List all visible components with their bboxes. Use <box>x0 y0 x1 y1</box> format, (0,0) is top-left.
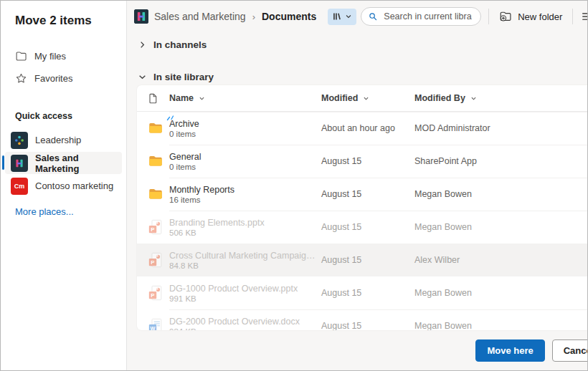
file-name: Cross Cultural Marketing Campaigns.p... <box>169 251 317 261</box>
section-label: In site library <box>153 72 214 82</box>
column-header-name[interactable]: Name <box>169 93 321 103</box>
search-box <box>361 7 481 26</box>
sort-chevron-icon <box>470 95 477 102</box>
search-icon <box>369 11 377 21</box>
modified-value: August 15 <box>321 189 414 199</box>
dialog-footer: Move here Cancel <box>127 330 588 370</box>
star-outline-icon <box>15 72 27 85</box>
file-name: Monthly Reports <box>169 185 317 195</box>
breadcrumb-site[interactable]: Sales and Marketing <box>154 11 246 22</box>
quick-access-heading: Quick access <box>1 90 126 128</box>
folder-row[interactable]: General 0 items August 15 SharePoint App <box>137 145 588 178</box>
document-type-column-icon <box>148 93 169 104</box>
new-folder-icon <box>499 10 512 23</box>
file-name: Branding Elements.pptx <box>169 218 317 228</box>
svg-text:P: P <box>151 292 154 299</box>
search-input[interactable] <box>382 11 473 22</box>
modified-value: August 15 <box>321 321 414 330</box>
sidebar-item-label: Leadership <box>35 135 81 145</box>
file-meta: 84.8 KB <box>169 261 317 270</box>
file-meta: 0 items <box>169 163 317 171</box>
library-icon <box>332 11 342 21</box>
table-header: Name Modified Modified By <box>137 85 588 112</box>
section-in-channels[interactable]: In channels <box>127 35 588 54</box>
breadcrumb-current[interactable]: Documents <box>262 11 316 22</box>
breadcrumb-separator-icon: › <box>252 11 256 22</box>
file-row: P Branding Elements.pptx 506 KB August 1… <box>137 211 588 244</box>
chevron-down-icon <box>138 73 146 81</box>
powerpoint-file-icon: P <box>148 252 169 268</box>
section-label: In channels <box>153 39 207 50</box>
folder-icon <box>148 186 169 202</box>
view-options-button[interactable] <box>580 9 588 24</box>
modified-value: August 15 <box>321 255 414 265</box>
folder-icon <box>148 120 169 136</box>
sidebar-item-leadership[interactable]: Leadership <box>5 129 122 151</box>
sidebar-item-label: Favorites <box>34 73 72 84</box>
new-folder-button[interactable]: New folder <box>496 7 565 26</box>
file-row: W DG-2000 Product Overview.docx 934 KB A… <box>137 309 588 330</box>
file-row: P Cross Cultural Marketing Campaigns.p..… <box>137 244 588 276</box>
modified-by-value: Megan Bowen <box>414 222 588 232</box>
file-name: Archive <box>169 119 317 129</box>
sort-chevron-icon <box>199 95 205 102</box>
sidebar-item-contoso-marketing[interactable]: Cm Contoso marketing <box>5 175 122 197</box>
contoso-marketing-site-icon: Cm <box>11 178 28 195</box>
column-header-modified-by[interactable]: Modified By <box>414 93 588 103</box>
cancel-button[interactable]: Cancel <box>552 339 588 362</box>
file-list-card: Name Modified Modified By <box>137 85 588 330</box>
file-meta: 506 KB <box>169 228 317 237</box>
powerpoint-file-icon: P <box>148 285 169 301</box>
new-folder-label: New folder <box>518 11 562 22</box>
modified-by-value: Megan Bowen <box>414 189 588 199</box>
library-picker-button[interactable] <box>328 9 356 25</box>
modified-by-value: Megan Bowen <box>414 321 588 330</box>
sidebar-item-sales-and-marketing[interactable]: Sales and Marketing <box>5 152 122 174</box>
sidebar-item-label: Sales and Marketing <box>35 153 116 174</box>
site-logo-icon <box>134 9 148 24</box>
more-places-link[interactable]: More places... <box>1 198 126 226</box>
section-in-site-library[interactable]: In site library <box>127 67 588 87</box>
toolbar-divider <box>488 9 489 24</box>
sidebar-item-label: Contoso marketing <box>35 180 113 191</box>
move-items-dialog: Move 2 items My files Favorites Quick ac… <box>0 0 588 371</box>
sidebar: Move 2 items My files Favorites Quick ac… <box>1 1 127 370</box>
move-here-button[interactable]: Move here <box>475 339 544 362</box>
modified-value: August 15 <box>321 288 414 298</box>
folder-row[interactable]: Archive 0 items About an hour ago MOD Ad… <box>137 112 588 145</box>
modified-value: About an hour ago <box>321 123 414 133</box>
file-meta: 16 items <box>169 196 317 204</box>
main-panel: Sales and Marketing › Documents <box>127 1 588 370</box>
toolbar-divider <box>572 9 573 24</box>
folder-icon <box>148 153 169 169</box>
folder-row[interactable]: Monthly Reports 16 items August 15 Megan… <box>137 178 588 211</box>
column-header-modified[interactable]: Modified <box>321 93 414 103</box>
sales-marketing-site-icon <box>11 155 28 172</box>
file-name: DG-1000 Product Overview.pptx <box>169 284 317 294</box>
modified-by-value: MOD Administrator <box>414 123 588 133</box>
leadership-site-icon <box>11 132 28 149</box>
file-meta: 991 KB <box>169 294 317 303</box>
svg-text:P: P <box>151 226 154 233</box>
word-file-icon: W <box>148 318 169 330</box>
file-meta: 0 items <box>169 130 317 138</box>
toolbar: Sales and Marketing › Documents <box>127 1 588 32</box>
powerpoint-file-icon: P <box>148 219 169 235</box>
svg-text:W: W <box>151 325 156 330</box>
sidebar-item-my-files[interactable]: My files <box>1 45 126 67</box>
modified-by-value: Megan Bowen <box>414 288 588 298</box>
dialog-title: Move 2 items <box>1 11 126 45</box>
sidebar-item-label: My files <box>34 51 66 62</box>
view-options-icon <box>582 11 588 21</box>
modified-value: August 15 <box>321 156 414 166</box>
breadcrumb: Sales and Marketing › Documents <box>134 9 356 25</box>
file-row: P DG-1000 Product Overview.pptx 991 KB A… <box>137 276 588 309</box>
sidebar-item-favorites[interactable]: Favorites <box>1 67 126 90</box>
file-name: General <box>169 152 317 162</box>
svg-text:P: P <box>151 259 154 266</box>
modified-value: August 15 <box>321 222 414 232</box>
modified-by-value: SharePoint App <box>414 156 588 166</box>
modified-by-value: Alex Wilber <box>414 255 588 265</box>
file-name: DG-2000 Product Overview.docx <box>169 317 317 327</box>
chevron-down-icon <box>345 13 352 20</box>
